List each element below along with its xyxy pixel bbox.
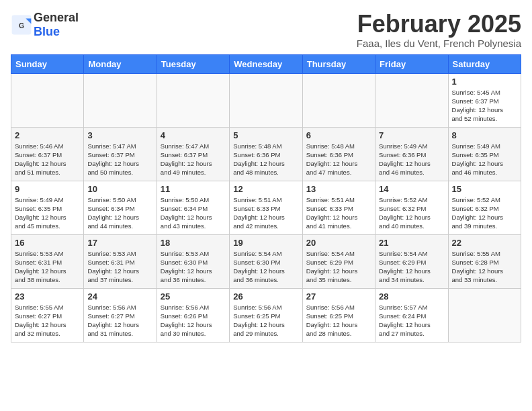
day-info: Sunrise: 5:52 AM Sunset: 6:32 PM Dayligh… xyxy=(379,195,444,231)
logo-icon: G xyxy=(11,14,32,36)
day-info: Sunrise: 5:56 AM Sunset: 6:25 PM Dayligh… xyxy=(233,303,298,338)
day-number: 20 xyxy=(306,238,371,248)
calendar-cell: 28Sunrise: 5:57 AM Sunset: 6:24 PM Dayli… xyxy=(375,288,448,342)
day-info: Sunrise: 5:47 AM Sunset: 6:37 PM Dayligh… xyxy=(87,142,152,177)
calendar-cell: 26Sunrise: 5:56 AM Sunset: 6:25 PM Dayli… xyxy=(230,288,302,342)
calendar-cell: 25Sunrise: 5:56 AM Sunset: 6:26 PM Dayli… xyxy=(157,288,229,342)
day-info: Sunrise: 5:50 AM Sunset: 6:34 PM Dayligh… xyxy=(161,195,226,231)
calendar-cell: 1Sunrise: 5:45 AM Sunset: 6:37 PM Daylig… xyxy=(448,73,521,127)
weekday-header-monday: Monday xyxy=(84,54,157,73)
logo-general-text: General xyxy=(34,11,79,24)
day-info: Sunrise: 5:57 AM Sunset: 6:24 PM Dayligh… xyxy=(379,303,444,338)
weekday-header-thursday: Thursday xyxy=(302,54,375,73)
weekday-header-wednesday: Wednesday xyxy=(230,54,302,73)
calendar-week-row: 16Sunrise: 5:53 AM Sunset: 6:31 PM Dayli… xyxy=(11,234,521,288)
calendar-cell: 23Sunrise: 5:55 AM Sunset: 6:27 PM Dayli… xyxy=(11,288,84,342)
calendar-cell: 6Sunrise: 5:48 AM Sunset: 6:36 PM Daylig… xyxy=(302,127,375,181)
day-number: 25 xyxy=(161,291,226,302)
day-info: Sunrise: 5:56 AM Sunset: 6:26 PM Dayligh… xyxy=(161,303,226,338)
calendar-cell: 24Sunrise: 5:56 AM Sunset: 6:27 PM Dayli… xyxy=(84,288,157,342)
day-number: 3 xyxy=(87,130,152,140)
calendar-cell: 20Sunrise: 5:54 AM Sunset: 6:29 PM Dayli… xyxy=(302,234,375,288)
location: Faaa, Iles du Vent, French Polynesia xyxy=(357,38,521,49)
day-info: Sunrise: 5:45 AM Sunset: 6:37 PM Dayligh… xyxy=(452,88,517,124)
day-number: 16 xyxy=(15,238,80,248)
calendar-week-row: 9Sunrise: 5:49 AM Sunset: 6:35 PM Daylig… xyxy=(11,181,521,234)
weekday-header-sunday: Sunday xyxy=(11,54,84,73)
calendar-cell: 19Sunrise: 5:54 AM Sunset: 6:30 PM Dayli… xyxy=(230,234,302,288)
weekday-header-saturday: Saturday xyxy=(448,54,521,73)
month-title: February 2025 xyxy=(357,11,521,38)
day-info: Sunrise: 5:51 AM Sunset: 6:33 PM Dayligh… xyxy=(306,195,371,231)
day-number: 22 xyxy=(452,238,517,248)
day-info: Sunrise: 5:51 AM Sunset: 6:33 PM Dayligh… xyxy=(233,195,298,231)
calendar-cell xyxy=(302,73,375,127)
calendar-cell: 22Sunrise: 5:55 AM Sunset: 6:28 PM Dayli… xyxy=(448,234,521,288)
day-number: 10 xyxy=(87,184,152,194)
calendar-cell: 18Sunrise: 5:53 AM Sunset: 6:30 PM Dayli… xyxy=(157,234,229,288)
day-number: 2 xyxy=(15,130,80,140)
logo: G General Blue xyxy=(11,11,79,39)
day-number: 27 xyxy=(306,291,371,302)
day-info: Sunrise: 5:55 AM Sunset: 6:28 PM Dayligh… xyxy=(452,249,517,285)
calendar-cell xyxy=(11,73,84,127)
day-info: Sunrise: 5:55 AM Sunset: 6:27 PM Dayligh… xyxy=(15,303,80,338)
calendar-cell: 7Sunrise: 5:49 AM Sunset: 6:36 PM Daylig… xyxy=(375,127,448,181)
day-info: Sunrise: 5:52 AM Sunset: 6:32 PM Dayligh… xyxy=(452,195,517,231)
calendar-cell xyxy=(448,288,521,342)
day-info: Sunrise: 5:50 AM Sunset: 6:34 PM Dayligh… xyxy=(87,195,152,231)
calendar-cell: 16Sunrise: 5:53 AM Sunset: 6:31 PM Dayli… xyxy=(11,234,84,288)
calendar-cell xyxy=(84,73,157,127)
calendar-cell: 3Sunrise: 5:47 AM Sunset: 6:37 PM Daylig… xyxy=(84,127,157,181)
calendar-cell: 10Sunrise: 5:50 AM Sunset: 6:34 PM Dayli… xyxy=(84,181,157,234)
day-info: Sunrise: 5:53 AM Sunset: 6:31 PM Dayligh… xyxy=(15,249,80,285)
calendar-cell: 12Sunrise: 5:51 AM Sunset: 6:33 PM Dayli… xyxy=(230,181,302,234)
calendar-cell xyxy=(230,73,302,127)
svg-text:G: G xyxy=(19,22,24,30)
day-number: 23 xyxy=(15,291,80,302)
day-number: 12 xyxy=(233,184,298,194)
calendar-cell: 14Sunrise: 5:52 AM Sunset: 6:32 PM Dayli… xyxy=(375,181,448,234)
day-number: 8 xyxy=(452,130,517,140)
day-info: Sunrise: 5:56 AM Sunset: 6:27 PM Dayligh… xyxy=(87,303,152,338)
day-info: Sunrise: 5:56 AM Sunset: 6:25 PM Dayligh… xyxy=(306,303,371,338)
calendar-cell: 17Sunrise: 5:53 AM Sunset: 6:31 PM Dayli… xyxy=(84,234,157,288)
day-number: 7 xyxy=(379,130,444,140)
weekday-header-friday: Friday xyxy=(375,54,448,73)
day-info: Sunrise: 5:53 AM Sunset: 6:31 PM Dayligh… xyxy=(87,249,152,285)
day-info: Sunrise: 5:48 AM Sunset: 6:36 PM Dayligh… xyxy=(306,142,371,177)
day-info: Sunrise: 5:54 AM Sunset: 6:29 PM Dayligh… xyxy=(379,249,444,285)
day-number: 14 xyxy=(379,184,444,194)
calendar-table: SundayMondayTuesdayWednesdayThursdayFrid… xyxy=(11,54,521,342)
calendar-cell xyxy=(157,73,229,127)
day-info: Sunrise: 5:54 AM Sunset: 6:30 PM Dayligh… xyxy=(233,249,298,285)
logo-blue-text: Blue xyxy=(34,25,60,38)
calendar-week-row: 1Sunrise: 5:45 AM Sunset: 6:37 PM Daylig… xyxy=(11,73,521,127)
calendar-cell: 27Sunrise: 5:56 AM Sunset: 6:25 PM Dayli… xyxy=(302,288,375,342)
calendar-cell: 11Sunrise: 5:50 AM Sunset: 6:34 PM Dayli… xyxy=(157,181,229,234)
calendar-cell xyxy=(375,73,448,127)
day-number: 19 xyxy=(233,238,298,248)
day-info: Sunrise: 5:49 AM Sunset: 6:35 PM Dayligh… xyxy=(15,195,80,231)
calendar-cell: 5Sunrise: 5:48 AM Sunset: 6:36 PM Daylig… xyxy=(230,127,302,181)
day-number: 5 xyxy=(233,130,298,140)
day-number: 6 xyxy=(306,130,371,140)
weekday-header-tuesday: Tuesday xyxy=(157,54,229,73)
day-info: Sunrise: 5:54 AM Sunset: 6:29 PM Dayligh… xyxy=(306,249,371,285)
calendar-week-row: 2Sunrise: 5:46 AM Sunset: 6:37 PM Daylig… xyxy=(11,127,521,181)
day-info: Sunrise: 5:47 AM Sunset: 6:37 PM Dayligh… xyxy=(161,142,226,177)
day-number: 11 xyxy=(161,184,226,194)
day-number: 1 xyxy=(452,77,517,87)
calendar-cell: 15Sunrise: 5:52 AM Sunset: 6:32 PM Dayli… xyxy=(448,181,521,234)
day-info: Sunrise: 5:53 AM Sunset: 6:30 PM Dayligh… xyxy=(161,249,226,285)
calendar-cell: 9Sunrise: 5:49 AM Sunset: 6:35 PM Daylig… xyxy=(11,181,84,234)
day-number: 9 xyxy=(15,184,80,194)
title-block: February 2025 Faaa, Iles du Vent, French… xyxy=(357,11,521,49)
calendar-cell: 4Sunrise: 5:47 AM Sunset: 6:37 PM Daylig… xyxy=(157,127,229,181)
weekday-header-row: SundayMondayTuesdayWednesdayThursdayFrid… xyxy=(11,54,521,73)
day-number: 21 xyxy=(379,238,444,248)
day-number: 17 xyxy=(87,238,152,248)
page-header: G General Blue February 2025 Faaa, Iles … xyxy=(11,11,521,49)
day-number: 13 xyxy=(306,184,371,194)
day-info: Sunrise: 5:48 AM Sunset: 6:36 PM Dayligh… xyxy=(233,142,298,177)
